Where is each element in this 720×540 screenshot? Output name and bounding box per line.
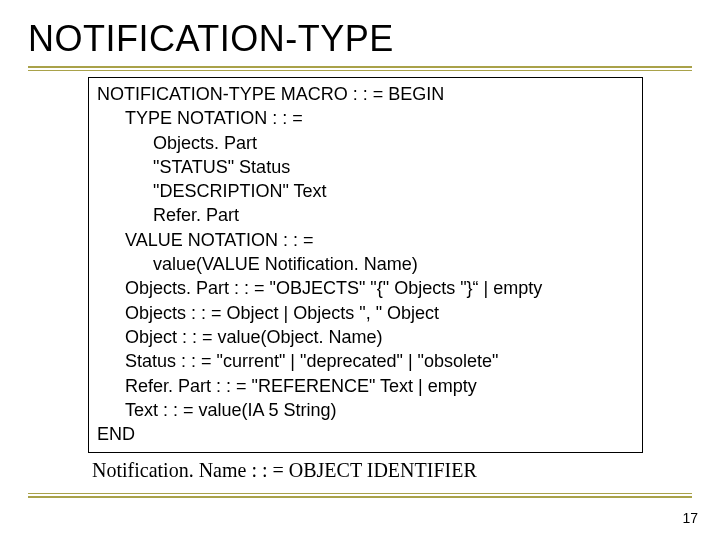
code-line: NOTIFICATION-TYPE MACRO : : = BEGIN	[97, 82, 634, 106]
footer-definition: Notification. Name : : = OBJECT IDENTIFI…	[88, 453, 647, 482]
code-line: "DESCRIPTION" Text	[97, 179, 634, 203]
title-rule-thin	[28, 70, 692, 71]
bottom-rule-thick	[28, 496, 692, 498]
code-line: END	[97, 422, 634, 446]
title-rule-thick	[28, 66, 692, 68]
page-number: 17	[682, 510, 698, 526]
code-line: TYPE NOTATION : : =	[97, 106, 634, 130]
code-line: Objects : : = Object | Objects ", " Obje…	[97, 301, 634, 325]
code-line: value(VALUE Notification. Name)	[97, 252, 634, 276]
slide: NOTIFICATION-TYPE NOTIFICATION-TYPE MACR…	[0, 0, 720, 540]
code-line: Object : : = value(Object. Name)	[97, 325, 634, 349]
code-line: Text : : = value(IA 5 String)	[97, 398, 634, 422]
macro-definition-box: NOTIFICATION-TYPE MACRO : : = BEGIN TYPE…	[88, 77, 643, 453]
code-line: Objects. Part : : = "OBJECTS" "{" Object…	[97, 276, 634, 300]
code-line: Status : : = "current" | "deprecated" | …	[97, 349, 634, 373]
code-line: "STATUS" Status	[97, 155, 634, 179]
code-line: Objects. Part	[97, 131, 634, 155]
slide-title: NOTIFICATION-TYPE	[28, 18, 692, 60]
code-line: Refer. Part	[97, 203, 634, 227]
bottom-rule-thin	[28, 493, 692, 494]
code-line: VALUE NOTATION : : =	[97, 228, 634, 252]
code-line: Refer. Part : : = "REFERENCE" Text | emp…	[97, 374, 634, 398]
